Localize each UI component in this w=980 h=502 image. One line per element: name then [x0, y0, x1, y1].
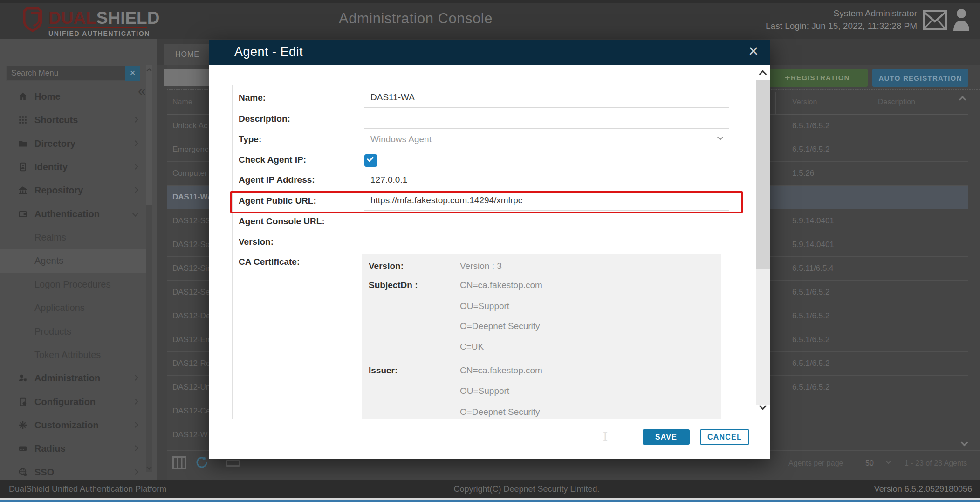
agent-name-cell: DAS12-Se — [172, 288, 210, 297]
agent-version-cell: 1.5.26 — [792, 169, 814, 178]
sidebar-item-directory[interactable]: Directory — [0, 132, 146, 156]
auto-registration-label: AUTO REGISTRATION — [878, 74, 962, 82]
sidebar-item-radius[interactable]: Radius — [0, 437, 146, 461]
column-header-name[interactable]: Name — [172, 98, 192, 106]
sidebar-menu: HomeShortcutsDirectoryIdentityRepository… — [0, 85, 157, 480]
ca-cert-key: Issuer: — [369, 365, 397, 376]
plus-icon: + — [784, 72, 790, 83]
ca-cert-value: Version : 3 — [460, 261, 502, 271]
sidebar-item-label: Radius — [34, 443, 66, 454]
app-footer: DualShield Unified Authentication Platfo… — [0, 480, 980, 498]
type-chevron-icon — [717, 134, 723, 140]
sidebar-item-repository[interactable]: Repository — [0, 179, 146, 202]
sidebar-item-label: Shortcuts — [34, 115, 78, 125]
auto-registration-button[interactable]: AUTO REGISTRATION — [872, 69, 968, 87]
sidebar-item-configuration[interactable]: Configuration — [0, 391, 146, 414]
name-label: Name: — [239, 93, 266, 103]
logo-red-rule — [48, 27, 147, 28]
checkmark-icon — [367, 155, 374, 162]
column-header-version[interactable]: Version — [792, 98, 817, 106]
modal-scroll-up-icon[interactable] — [759, 70, 767, 78]
sidebar-item-identity[interactable]: Identity — [0, 156, 146, 179]
agent-name-cell: DAS12-Ce — [172, 406, 210, 416]
sidebar-item-applications[interactable]: Applications — [0, 296, 146, 320]
check-agent-ip-label: Check Agent IP: — [239, 155, 306, 165]
page-size-value: 50 — [865, 459, 874, 468]
type-select[interactable]: Windows Agent — [364, 124, 729, 149]
tab-home[interactable]: HOME — [164, 44, 211, 65]
column-divider — [775, 92, 776, 114]
modal-scrollbar-thumb[interactable] — [756, 80, 770, 269]
name-input[interactable] — [364, 89, 729, 108]
chevron-right-icon — [132, 164, 138, 170]
globe-icon — [18, 467, 28, 477]
header-top-strip — [0, 0, 980, 3]
agent-public-url-label: Agent Public URL: — [239, 196, 316, 206]
search-clear-button[interactable]: × — [125, 66, 140, 81]
sidebar-item-home[interactable]: Home — [0, 85, 146, 109]
modal-header[interactable]: Agent - Edit × — [209, 40, 770, 65]
agent-version-cell: 6.5.1/6.5.2 — [792, 288, 829, 297]
modal-scrollbar-track[interactable] — [756, 269, 770, 405]
agent-version-cell: 6.5.1/6.5.2 — [792, 145, 829, 154]
agent-version-cell: 6.5.11/6.5.4 — [792, 264, 834, 273]
agent-name-cell: DAS12-De — [172, 311, 210, 321]
logo-shield: SHIELD — [96, 8, 160, 28]
agent-name-cell: DAS12-Re — [172, 359, 210, 368]
agent-name-cell: Emergenc — [172, 145, 208, 154]
export-icon[interactable] — [226, 460, 240, 467]
toolbar-control-fragment[interactable] — [164, 69, 209, 86]
sidebar-item-authentication[interactable]: Authentication — [0, 203, 146, 226]
agent-console-url-label: Agent Console URL: — [239, 216, 325, 227]
agent-version-cell: 6.5.1/6.5.2 — [792, 335, 829, 344]
sidebar-item-logon-procedures[interactable]: Logon Procedures — [0, 273, 146, 296]
save-button[interactable]: SAVE — [643, 429, 690, 445]
logo-dual: DUAL — [48, 8, 96, 28]
ca-certificate-label: CA Certificate: — [239, 257, 300, 267]
footer-center: Copyright(C) Deepnet Security Limited. — [387, 484, 666, 494]
agent-public-url-input[interactable] — [364, 192, 729, 211]
chevron-right-icon — [132, 445, 138, 451]
save-label: SAVE — [655, 433, 677, 441]
page-title: Administration Console — [299, 10, 532, 27]
agent-name-cell: Computer — [172, 169, 207, 178]
agent-console-url-input[interactable] — [364, 213, 729, 231]
ca-certificate-panel: Version:Version : 3SubjectDn :CN=ca.fake… — [362, 254, 721, 419]
agent-name-cell: DAS12-Em — [172, 335, 212, 344]
check-agent-ip-checkbox[interactable] — [364, 154, 377, 167]
sidebar-item-label: Directory — [34, 138, 75, 149]
columns-icon[interactable] — [172, 456, 186, 469]
user-avatar-icon[interactable] — [953, 7, 970, 32]
modal-scrollbar[interactable] — [756, 65, 770, 419]
sidebar-item-agents[interactable]: Agents — [0, 249, 146, 273]
registration-button[interactable]: +REGISTRATION — [767, 69, 868, 87]
search-menu-input[interactable] — [6, 66, 140, 81]
sidebar-item-shortcuts[interactable]: Shortcuts — [0, 109, 146, 132]
column-divider — [866, 92, 866, 114]
sidebar-item-realms[interactable]: Realms — [0, 226, 146, 249]
gear-icon — [18, 420, 28, 430]
sidebar-item-administration[interactable]: Administration — [0, 367, 146, 390]
sidebar-item-products[interactable]: Products — [0, 320, 146, 344]
sidebar-item-customization[interactable]: Customization — [0, 414, 146, 437]
sidebar-item-token-attributes[interactable]: Token Attributes — [0, 344, 146, 367]
user-name: System Administrator — [731, 7, 917, 20]
logo-tagline: UNIFIED AUTHENTICATION — [48, 30, 150, 37]
sidebar-item-label: Logon Procedures — [34, 279, 110, 290]
cancel-button[interactable]: CANCEL — [700, 429, 749, 445]
agent-version-cell: 6.5.1/6.5.2 — [792, 359, 829, 368]
close-icon[interactable]: × — [748, 41, 759, 61]
page-size-select[interactable]: 50 — [860, 457, 898, 471]
last-login: Last Login: Jun 15, 2022, 11:32:28 PM — [731, 20, 917, 32]
sidebar-item-label: Token Attributes — [34, 350, 101, 360]
dualshield-logo-icon — [22, 7, 46, 33]
mail-icon[interactable] — [923, 10, 947, 30]
agent-version-cell: 6.5.1/6.5.2 — [792, 311, 829, 321]
sidebar-item-label: Realms — [34, 232, 66, 243]
tab-home-label: HOME — [175, 50, 199, 58]
registration-label: REGISTRATION — [791, 74, 850, 82]
refresh-icon[interactable] — [195, 455, 209, 469]
column-header-description[interactable]: Description — [878, 98, 915, 106]
modal-title: Agent - Edit — [234, 45, 303, 59]
ca-cert-key: Version: — [369, 261, 404, 271]
